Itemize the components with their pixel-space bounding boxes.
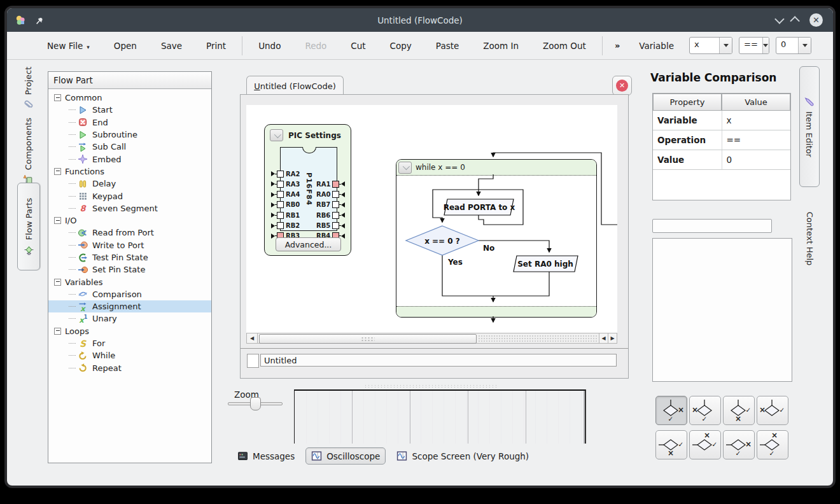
orientation-button-2[interactable]: ×✓ xyxy=(689,396,721,425)
paste-button[interactable]: Paste xyxy=(424,41,471,51)
orientation-button-4[interactable]: ×✓ xyxy=(757,396,788,425)
scroll-track[interactable] xyxy=(478,335,598,342)
comparison-list-box[interactable] xyxy=(652,238,792,382)
tree-group-i-o[interactable]: I/O xyxy=(48,214,211,227)
tree-item-comparison[interactable]: Comparison xyxy=(48,288,211,300)
tree-item-sub-call[interactable]: Sub Call xyxy=(48,141,211,153)
expander-minus-icon[interactable] xyxy=(54,279,61,286)
tree-group-loops[interactable]: Loops xyxy=(48,325,211,337)
tree-item-repeat[interactable]: Repeat xyxy=(48,362,211,374)
flowchart-name-checkbox[interactable] xyxy=(247,354,259,368)
scroll-left-icon[interactable]: ◀ xyxy=(247,333,258,343)
toolbar-overflow-chevron[interactable]: » xyxy=(615,41,620,50)
save-button[interactable]: Save xyxy=(149,41,194,51)
orientation-button-6[interactable]: ×✓ xyxy=(689,430,721,459)
pin-box[interactable] xyxy=(277,212,284,219)
tree-item-seven-segment[interactable]: 8Seven Segment xyxy=(48,202,211,214)
combo-dropdown-button[interactable] xyxy=(719,38,732,53)
scroll-right-icon[interactable]: ▶ xyxy=(608,333,617,343)
pin-box[interactable] xyxy=(277,201,284,208)
tree-item-end[interactable]: End xyxy=(48,116,211,129)
while-loop-block[interactable]: while x == 0 xyxy=(396,159,597,318)
copy-button[interactable]: Copy xyxy=(378,41,424,51)
minimize-icon[interactable] xyxy=(774,14,785,24)
bottom-tab-scope-screen-very-rough-[interactable]: Scope Screen (Very Rough) xyxy=(391,448,534,464)
advanced-button[interactable]: Advanced... xyxy=(276,237,341,251)
variable-combo[interactable]: x xyxy=(689,37,732,54)
new-file-button[interactable]: New File▾ xyxy=(35,41,102,51)
pin-box[interactable] xyxy=(277,171,284,178)
scope-splitter-handle[interactable] xyxy=(364,384,496,388)
expander-minus-icon[interactable] xyxy=(54,328,61,335)
redo-button[interactable]: Redo xyxy=(293,41,339,51)
tree-item-assignment[interactable]: xAssignment xyxy=(48,300,211,312)
expander-minus-icon[interactable] xyxy=(54,217,61,224)
sidebar-tab-project[interactable]: Project xyxy=(17,64,40,113)
orientation-button-7[interactable]: ×✓ xyxy=(723,430,755,459)
expander-minus-icon[interactable] xyxy=(54,168,61,175)
orientation-button-5[interactable]: ×✓ xyxy=(655,430,687,459)
tree-item-set-pin-state[interactable]: Set Pin State xyxy=(48,263,211,276)
zoom-in-button[interactable]: Zoom In xyxy=(471,41,531,51)
print-button[interactable]: Print xyxy=(194,41,238,51)
orientation-button-8[interactable]: ×✓ xyxy=(757,430,788,459)
canvas-h-scrollbar[interactable]: ◀ ◀ ▶ xyxy=(246,333,617,344)
sidebar-tab-components[interactable]: Components xyxy=(17,116,40,187)
pin-box[interactable] xyxy=(332,191,339,198)
close-window-icon[interactable]: ✕ xyxy=(809,13,823,27)
value-cell[interactable]: == xyxy=(722,130,791,150)
tree-item-for[interactable]: SFor xyxy=(48,337,211,349)
open-button[interactable]: Open xyxy=(102,41,149,51)
scroll-left2-icon[interactable]: ◀ xyxy=(599,333,608,343)
sidebar-tab-flow-parts[interactable]: Flow Parts xyxy=(17,184,40,270)
value-cell[interactable]: x xyxy=(722,111,791,130)
document-tab[interactable]: Untitled (FlowCode) xyxy=(246,76,344,95)
undo-button[interactable]: Undo xyxy=(246,41,293,51)
value-cell[interactable]: 0 xyxy=(722,150,791,169)
tree-group-functions[interactable]: Functions xyxy=(48,165,211,178)
combo-dropdown-button[interactable] xyxy=(762,38,769,53)
pin-box[interactable] xyxy=(332,212,339,219)
tree-item-subroutine[interactable]: Subroutine xyxy=(48,129,211,141)
expander-minus-icon[interactable] xyxy=(54,94,61,101)
flowchart-name-field[interactable]: Untitled xyxy=(260,354,617,367)
comparison-text-input[interactable] xyxy=(652,219,772,233)
combo-dropdown-button[interactable] xyxy=(798,38,811,53)
tree-item-while[interactable]: While xyxy=(48,349,211,361)
pin-box[interactable] xyxy=(332,181,339,188)
pin-box[interactable] xyxy=(277,181,284,188)
document-close-button[interactable]: ✕ xyxy=(612,76,632,95)
pic-settings-panel[interactable]: PIC Settings P16F84 RA2RA3RA4RB0RB1RB2RB… xyxy=(264,124,351,256)
zoom-out-button[interactable]: Zoom Out xyxy=(531,41,598,51)
scrollbar-thumb[interactable] xyxy=(259,334,477,344)
pin-box[interactable] xyxy=(277,222,284,229)
while-collapse-button[interactable] xyxy=(398,162,412,174)
tree-item-start[interactable]: Start xyxy=(48,104,211,116)
tree-group-common[interactable]: Common xyxy=(48,92,211,104)
flowchart-canvas[interactable]: PIC Settings P16F84 RA2RA3RA4RB0RB1RB2RB… xyxy=(246,105,617,333)
tree-item-read-from-port[interactable]: Read from Port xyxy=(48,227,211,239)
tree-item-embed[interactable]: Embed xyxy=(48,153,211,165)
zoom-slider-thumb[interactable] xyxy=(250,397,261,410)
maximize-icon[interactable] xyxy=(790,16,800,26)
tree-item-delay[interactable]: Delay xyxy=(48,178,211,190)
cut-button[interactable]: Cut xyxy=(339,41,377,51)
tree-item-unary[interactable]: x1Unary xyxy=(48,312,211,325)
pin-box[interactable] xyxy=(332,222,339,229)
tree-group-variables[interactable]: Variables xyxy=(48,276,211,288)
pin-box[interactable] xyxy=(332,201,339,208)
orientation-button-1[interactable]: ×✓ xyxy=(655,396,687,425)
pin-box[interactable] xyxy=(277,191,284,198)
tree-item-test-pin-state[interactable]: Test Pin State xyxy=(48,251,211,263)
pic-collapse-button[interactable] xyxy=(270,129,283,141)
table-header-property[interactable]: Property xyxy=(653,94,722,111)
tree-item-keypad[interactable]: Keypad xyxy=(48,190,211,202)
tree-item-write-to-port[interactable]: Write to Port xyxy=(48,239,211,251)
right-tab-item-editor[interactable]: Item Editor xyxy=(801,66,821,186)
value-combo[interactable]: 0 xyxy=(776,37,811,54)
bottom-tab-messages[interactable]: Messages xyxy=(232,448,300,464)
operation-combo[interactable]: == xyxy=(739,37,769,54)
right-tab-context-help[interactable]: Context Help xyxy=(801,191,821,286)
orientation-button-3[interactable]: ×✓ xyxy=(723,396,755,425)
table-header-value[interactable]: Value xyxy=(722,94,790,111)
